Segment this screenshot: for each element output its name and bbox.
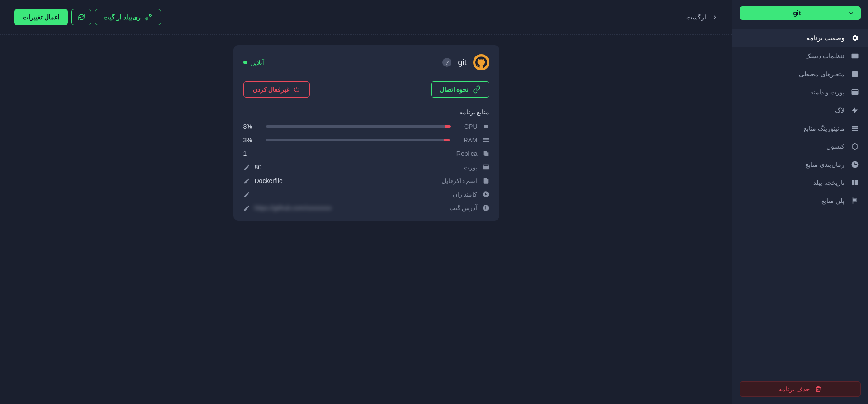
edit-icon[interactable] — [243, 205, 250, 211]
link-icon — [473, 85, 481, 94]
sidebar-item-label: تاریخچه بیلد — [813, 179, 844, 186]
connect-button[interactable]: نحوه اتصال — [431, 81, 489, 98]
sidebar-item-monitoring[interactable]: مانیتورینگ منابع — [732, 119, 868, 137]
svg-rect-9 — [484, 152, 488, 156]
connect-label: نحوه اتصال — [440, 86, 469, 93]
delete-app-button[interactable]: حذف برنامه — [740, 381, 861, 397]
edit-icon[interactable] — [243, 178, 250, 184]
command-label: کامند ران — [453, 191, 478, 198]
replica-icon — [482, 150, 489, 157]
sidebar-item-label: مانیتورینگ منابع — [804, 125, 844, 132]
replica-value: 1 — [243, 150, 247, 157]
ram-row: RAM 3% — [243, 136, 489, 144]
sidebar-item-plan[interactable]: پلن منابع — [732, 192, 868, 210]
app-selector-name: git — [746, 9, 848, 17]
dockerfile-value: Dockerfile — [255, 177, 283, 184]
cube-icon — [851, 142, 859, 150]
sidebar-item-label: پلن منابع — [821, 197, 844, 204]
stack-icon — [851, 124, 859, 132]
sidebar-item-build-history[interactable]: تاریخچه بیلد — [732, 174, 868, 192]
settings-icon — [851, 34, 859, 42]
trash-icon — [815, 385, 822, 393]
book-icon — [851, 179, 859, 187]
sidebar-item-log[interactable]: لاگ — [732, 101, 868, 119]
sidebar-item-disk[interactable]: تنظیمات دیسک — [732, 47, 868, 65]
tools-icon — [144, 13, 152, 21]
ram-icon — [482, 136, 489, 144]
svg-rect-2 — [852, 128, 858, 129]
replica-row: Replica 1 — [243, 150, 489, 157]
card-app-name: git — [458, 58, 466, 67]
window-icon — [851, 88, 859, 96]
status-badge: آنلاین — [243, 59, 264, 66]
play-icon — [482, 191, 489, 198]
svg-rect-0 — [852, 71, 858, 77]
cpu-icon — [482, 123, 489, 130]
sidebar-item-console[interactable]: کنسول — [732, 137, 868, 155]
sidebar-item-label: زمان‌بندی منابع — [806, 161, 844, 168]
back-label: بازگشت — [686, 14, 708, 21]
delete-label: حذف برنامه — [778, 385, 811, 393]
sidebar-item-env[interactable]: متغیرهای محیطی — [732, 65, 868, 83]
apply-changes-button[interactable]: اعمال تغییرات — [14, 9, 68, 25]
env-icon — [851, 70, 859, 78]
sidebar-nav: وضعیت برنامه تنظیمات دیسک متغیرهای محیطی… — [732, 29, 868, 381]
cpu-value: 3% — [243, 123, 260, 130]
port-row: پورت 80 — [243, 164, 489, 171]
cpu-bar — [266, 125, 451, 128]
edit-icon[interactable] — [243, 191, 250, 198]
sidebar-item-label: وضعیت برنامه — [806, 34, 844, 42]
top-actions: ری‌بیلد از گیت اعمال تغییرات — [14, 9, 161, 25]
main-content: بازگشت ری‌بیلد از گیت اعمال تغییرات — [0, 0, 732, 404]
port-value: 80 — [255, 164, 262, 171]
command-row: کامند ران — [243, 191, 489, 198]
svg-rect-6 — [483, 138, 489, 140]
replica-label: Replica — [456, 150, 478, 157]
sidebar-item-label: پورت و دامنه — [810, 89, 844, 96]
sidebar-item-label: متغیرهای محیطی — [799, 70, 844, 78]
bolt-icon — [851, 106, 859, 114]
help-icon[interactable]: ? — [442, 58, 451, 67]
git-row: آدرس گیت https://github.com/xxxxxxxx — [243, 204, 489, 211]
back-link[interactable]: بازگشت — [686, 14, 718, 21]
refresh-button[interactable] — [71, 9, 91, 25]
window-icon — [482, 164, 489, 171]
topbar: بازگشت ری‌بیلد از گیت اعمال تغییرات — [0, 0, 732, 35]
chevron-right-icon — [711, 14, 718, 20]
resources-title: منابع برنامه — [243, 108, 489, 116]
status-dot-icon — [243, 61, 247, 64]
port-label: پورت — [464, 164, 478, 171]
cpu-label: CPU — [464, 123, 478, 130]
dockerfile-row: اسم داکرفایل Dockerfile — [243, 177, 489, 184]
status-label: آنلاین — [251, 59, 264, 66]
svg-rect-12 — [485, 207, 486, 210]
sidebar-item-port[interactable]: پورت و دامنه — [732, 83, 868, 101]
svg-rect-7 — [483, 141, 489, 142]
rebuild-button[interactable]: ری‌بیلد از گیت — [95, 9, 161, 25]
edit-icon[interactable] — [243, 164, 250, 171]
app-selector-dropdown[interactable]: git — [740, 6, 861, 20]
deactivate-button[interactable]: غیرفعال کردن — [243, 81, 310, 98]
sidebar-item-label: کنسول — [826, 143, 844, 150]
info-icon — [482, 204, 489, 211]
git-value: https://github.com/xxxxxxxx — [255, 204, 332, 211]
rebuild-label: ری‌بیلد از گیت — [104, 14, 141, 21]
github-logo-icon — [473, 54, 489, 70]
ram-bar — [266, 139, 450, 141]
svg-rect-5 — [485, 126, 487, 127]
power-icon — [293, 86, 300, 93]
svg-rect-1 — [852, 126, 858, 127]
sidebar-item-label: تنظیمات دیسک — [805, 52, 844, 60]
svg-rect-3 — [852, 130, 858, 131]
sidebar-item-status[interactable]: وضعیت برنامه — [732, 29, 868, 47]
app-status-card: git ? آنلاین نحوه اتصال غیرفعال کردن — [233, 45, 499, 221]
dockerfile-label: اسم داکرفایل — [441, 177, 478, 184]
chevron-down-icon — [848, 10, 854, 16]
sidebar: git وضعیت برنامه تنظیمات دیسک متغیرهای م… — [732, 0, 868, 404]
ram-value: 3% — [243, 136, 260, 144]
clock-icon — [851, 160, 859, 169]
sidebar-item-label: لاگ — [835, 107, 844, 114]
ram-label: RAM — [463, 136, 477, 144]
sidebar-item-schedule[interactable]: زمان‌بندی منابع — [732, 155, 868, 174]
refresh-icon — [77, 13, 85, 21]
